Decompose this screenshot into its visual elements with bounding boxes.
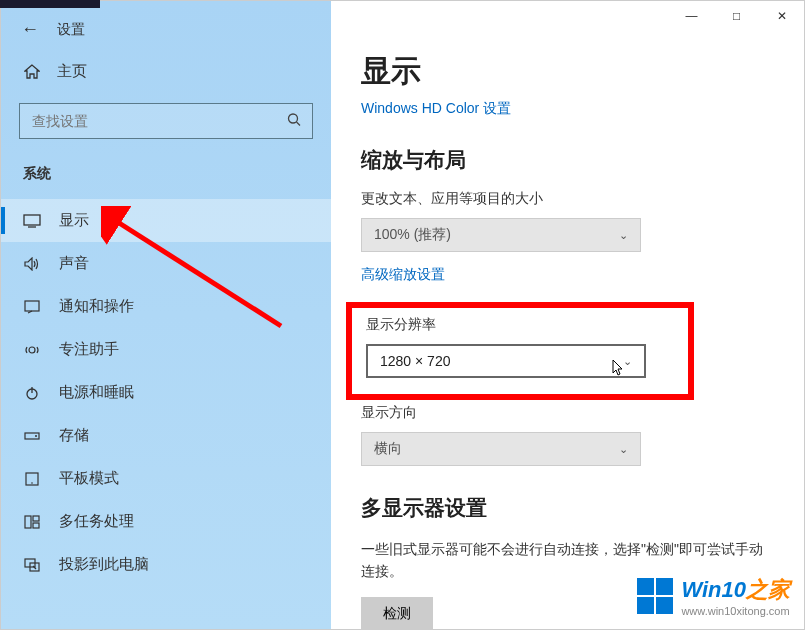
orientation-dropdown[interactable]: 横向 ⌄: [361, 432, 641, 466]
watermark-logo-icon: [637, 578, 673, 614]
sidebar-item-label: 多任务处理: [59, 512, 134, 531]
search-input[interactable]: [19, 103, 313, 139]
sidebar: ← 设置 主页 系统 显示 声音 通知和操作: [1, 1, 331, 629]
content-area: 显示 Windows HD Color 设置 缩放与布局 更改文本、应用等项目的…: [331, 1, 804, 629]
window-controls: — □ ✕: [669, 1, 804, 31]
svg-rect-13: [33, 516, 39, 521]
sidebar-item-label: 专注助手: [59, 340, 119, 359]
sidebar-item-storage[interactable]: 存储: [1, 414, 331, 457]
sidebar-item-focus[interactable]: 专注助手: [1, 328, 331, 371]
sidebar-item-project[interactable]: 投影到此电脑: [1, 543, 331, 586]
sidebar-item-label: 电源和睡眠: [59, 383, 134, 402]
storage-icon: [23, 430, 41, 442]
sidebar-item-sound[interactable]: 声音: [1, 242, 331, 285]
svg-rect-2: [24, 215, 40, 225]
sidebar-item-label: 存储: [59, 426, 89, 445]
notifications-icon: [23, 300, 41, 314]
svg-line-1: [297, 122, 301, 126]
system-section-label: 系统: [1, 157, 331, 199]
hd-color-link[interactable]: Windows HD Color 设置: [361, 100, 774, 118]
chevron-down-icon: ⌄: [619, 443, 628, 456]
svg-point-0: [289, 114, 298, 123]
watermark-title-a: Win10: [681, 577, 746, 602]
tablet-icon: [23, 472, 41, 486]
sidebar-item-power[interactable]: 电源和睡眠: [1, 371, 331, 414]
home-nav[interactable]: 主页: [1, 52, 331, 91]
sidebar-item-label: 平板模式: [59, 469, 119, 488]
svg-point-5: [29, 347, 35, 353]
orientation-value: 横向: [374, 440, 402, 458]
orientation-field-label: 显示方向: [361, 404, 774, 422]
search-box: [19, 103, 313, 139]
sidebar-item-label: 显示: [59, 211, 89, 230]
focus-icon: [23, 342, 41, 358]
sidebar-item-display[interactable]: 显示: [1, 199, 331, 242]
back-button[interactable]: ←: [21, 19, 39, 40]
svg-rect-14: [33, 523, 39, 528]
multi-display-section-title: 多显示器设置: [361, 494, 774, 522]
resolution-field-label: 显示分辨率: [366, 316, 674, 334]
watermark-url: www.win10xitong.com: [681, 605, 790, 617]
sidebar-item-multitask[interactable]: 多任务处理: [1, 500, 331, 543]
display-icon: [23, 214, 41, 228]
scale-section-title: 缩放与布局: [361, 146, 774, 174]
sidebar-item-label: 声音: [59, 254, 89, 273]
sidebar-item-notifications[interactable]: 通知和操作: [1, 285, 331, 328]
home-label: 主页: [57, 62, 87, 81]
resolution-value: 1280 × 720: [380, 353, 450, 369]
maximize-button[interactable]: □: [714, 1, 759, 31]
settings-title: 设置: [57, 21, 85, 39]
scale-value: 100% (推荐): [374, 226, 451, 244]
resolution-highlight: 显示分辨率 1280 × 720 ⌄: [346, 302, 694, 400]
scale-field-label: 更改文本、应用等项目的大小: [361, 190, 774, 208]
watermark-title-b: 之家: [746, 577, 790, 602]
svg-point-11: [31, 482, 33, 484]
svg-rect-4: [25, 301, 39, 311]
minimize-button[interactable]: —: [669, 1, 714, 31]
page-title: 显示: [361, 51, 774, 92]
detect-button[interactable]: 检测: [361, 597, 433, 629]
sidebar-item-tablet[interactable]: 平板模式: [1, 457, 331, 500]
project-icon: [23, 558, 41, 572]
search-icon: [287, 113, 301, 130]
cursor-icon: [612, 359, 626, 380]
sidebar-item-label: 投影到此电脑: [59, 555, 149, 574]
close-button[interactable]: ✕: [759, 1, 804, 31]
power-icon: [23, 385, 41, 401]
dark-edge: [0, 0, 100, 8]
watermark: Win10之家 www.win10xitong.com: [637, 575, 790, 617]
multitask-icon: [23, 515, 41, 529]
sidebar-header: ← 设置: [1, 11, 331, 52]
scale-dropdown[interactable]: 100% (推荐) ⌄: [361, 218, 641, 252]
resolution-dropdown[interactable]: 1280 × 720 ⌄: [366, 344, 646, 378]
svg-rect-12: [25, 516, 31, 528]
chevron-down-icon: ⌄: [619, 229, 628, 242]
svg-point-9: [35, 435, 37, 437]
sound-icon: [23, 257, 41, 271]
watermark-text: Win10之家 www.win10xitong.com: [681, 575, 790, 617]
settings-window: — □ ✕ ← 设置 主页 系统 显示 声音: [0, 0, 805, 630]
home-icon: [23, 64, 41, 80]
advanced-scale-link[interactable]: 高级缩放设置: [361, 266, 774, 284]
sidebar-item-label: 通知和操作: [59, 297, 134, 316]
